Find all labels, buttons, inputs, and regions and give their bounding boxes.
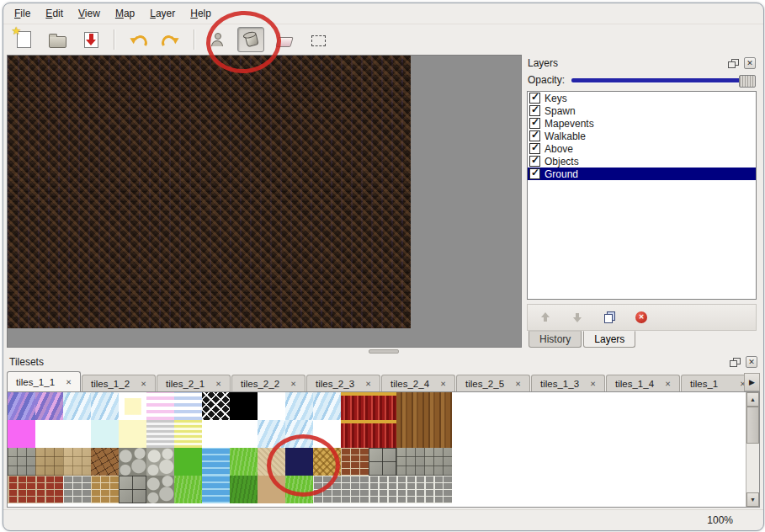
layer-visibility-checkbox[interactable] bbox=[529, 93, 540, 104]
tile-cyan-pale[interactable] bbox=[91, 420, 119, 448]
tile-sand[interactable] bbox=[258, 448, 285, 476]
tile-pink-stripes[interactable] bbox=[146, 392, 174, 420]
close-tab-icon[interactable]: ✕ bbox=[215, 380, 221, 388]
tile-water-waves[interactable] bbox=[202, 476, 230, 503]
scrollbar-thumb[interactable] bbox=[746, 407, 759, 444]
layer-row-mapevents[interactable]: Mapevents bbox=[528, 117, 756, 130]
tile-cobble-light[interactable] bbox=[146, 448, 174, 476]
tileset-tab-tiles_2_4[interactable]: tiles_2_4✕ bbox=[381, 375, 455, 391]
tile-navy[interactable] bbox=[285, 448, 313, 476]
close-panel-icon[interactable]: ✕ bbox=[746, 356, 757, 368]
opacity-slider-handle[interactable] bbox=[739, 75, 756, 88]
tile-lattice[interactable] bbox=[202, 392, 230, 420]
tile-stone-tan2[interactable] bbox=[63, 448, 91, 476]
delete-layer-button[interactable] bbox=[632, 308, 651, 327]
tile-grass[interactable] bbox=[285, 476, 313, 503]
close-panel-icon[interactable]: ✕ bbox=[744, 57, 756, 69]
layer-row-objects[interactable]: Objects bbox=[528, 155, 756, 168]
tile-brick-gray[interactable] bbox=[396, 476, 424, 503]
new-map-button[interactable] bbox=[10, 27, 37, 52]
tile-curtain-red[interactable] bbox=[369, 420, 396, 448]
close-tab-icon[interactable]: ✕ bbox=[365, 380, 371, 388]
map-canvas[interactable] bbox=[8, 56, 411, 328]
tile-yellow-pale[interactable] bbox=[119, 420, 146, 448]
menu-help[interactable]: Help bbox=[183, 5, 219, 22]
tile-brick-red[interactable] bbox=[35, 476, 63, 503]
menu-map[interactable]: Map bbox=[108, 5, 142, 22]
tile-water-purple[interactable] bbox=[8, 392, 35, 420]
tile-grass-dark[interactable] bbox=[230, 476, 258, 503]
tile-wood[interactable] bbox=[396, 392, 424, 420]
tileset-tab-tiles_1_1[interactable]: tiles_1_1✕ bbox=[7, 371, 81, 391]
tile-white[interactable] bbox=[230, 420, 258, 448]
tile-blue-stripes[interactable] bbox=[174, 392, 202, 420]
tile-water-purple2[interactable] bbox=[35, 392, 63, 420]
layer-visibility-checkbox[interactable] bbox=[529, 130, 540, 141]
tile-stone-gray[interactable] bbox=[396, 448, 424, 476]
tileset-tab-tiles_1_2[interactable]: tiles_1_2✕ bbox=[82, 375, 156, 391]
layer-row-spawn[interactable]: Spawn bbox=[528, 104, 756, 117]
save-map-button[interactable] bbox=[77, 27, 104, 52]
tile-cobble[interactable] bbox=[146, 476, 174, 503]
open-map-button[interactable] bbox=[44, 27, 71, 52]
tileset-tab-tiles_2_5[interactable]: tiles_2_5✕ bbox=[456, 375, 530, 391]
tile-brick-gray[interactable] bbox=[341, 476, 369, 503]
tileset-tab-tiles_2_1[interactable]: tiles_2_1✕ bbox=[157, 375, 231, 391]
tile-stone-gray[interactable] bbox=[8, 448, 35, 476]
tile-gray-stripes[interactable] bbox=[146, 420, 174, 448]
undo-button[interactable] bbox=[124, 27, 151, 52]
tile-grass[interactable] bbox=[230, 448, 258, 476]
tileset-tab-tiles_1_4[interactable]: tiles_1_4✕ bbox=[606, 375, 680, 391]
tileset-tab-tiles_1[interactable]: tiles_1✕ bbox=[681, 375, 744, 391]
redo-button[interactable] bbox=[157, 27, 184, 52]
tileset-tab-tiles_2_3[interactable]: tiles_2_3✕ bbox=[306, 375, 380, 391]
close-tab-icon[interactable]: ✕ bbox=[66, 378, 72, 386]
tile-curtain-red[interactable] bbox=[341, 392, 369, 420]
close-tab-icon[interactable]: ✕ bbox=[290, 380, 296, 388]
tile-water-light[interactable] bbox=[63, 392, 91, 420]
tile-white[interactable] bbox=[63, 420, 91, 448]
tile-water-light[interactable] bbox=[313, 392, 341, 420]
tile-white[interactable] bbox=[258, 392, 285, 420]
tile-yellow-stripes[interactable] bbox=[174, 420, 202, 448]
close-tab-icon[interactable]: ✕ bbox=[665, 380, 671, 388]
tile-stone-blocks[interactable] bbox=[119, 476, 146, 503]
menu-edit[interactable]: Edit bbox=[38, 5, 71, 22]
layer-visibility-checkbox[interactable] bbox=[529, 143, 540, 154]
tile-brick-gray[interactable] bbox=[313, 476, 341, 503]
close-tab-icon[interactable]: ✕ bbox=[440, 380, 446, 388]
tile-brick-gray[interactable] bbox=[369, 476, 396, 503]
tile-green[interactable] bbox=[174, 448, 202, 476]
tile-brick-brown[interactable] bbox=[341, 448, 369, 476]
tileset-tab-tiles_2_2[interactable]: tiles_2_2✕ bbox=[231, 375, 305, 391]
close-tab-icon[interactable]: ✕ bbox=[590, 380, 596, 388]
close-tab-icon[interactable]: ✕ bbox=[515, 380, 521, 388]
tile-brick-tan[interactable] bbox=[91, 476, 119, 503]
tile-white-yellow[interactable] bbox=[119, 392, 146, 420]
tile-water-light[interactable] bbox=[285, 420, 313, 448]
tile-curtain-red[interactable] bbox=[369, 392, 396, 420]
layer-row-ground[interactable]: Ground bbox=[528, 168, 756, 180]
dock-tab-history[interactable]: History bbox=[529, 331, 582, 348]
menu-file[interactable]: File bbox=[7, 5, 38, 22]
horizontal-splitter[interactable] bbox=[3, 348, 763, 354]
tile-grass[interactable] bbox=[174, 476, 202, 503]
tile-water-light[interactable] bbox=[91, 392, 119, 420]
tile-stone-tan[interactable] bbox=[35, 448, 63, 476]
scroll-up-button[interactable]: ▲ bbox=[746, 392, 759, 407]
select-tool-button[interactable] bbox=[305, 27, 332, 52]
tile-wood[interactable] bbox=[396, 420, 424, 448]
lower-layer-button[interactable] bbox=[568, 308, 587, 327]
layer-visibility-checkbox[interactable] bbox=[529, 168, 540, 179]
tile-white[interactable] bbox=[202, 420, 230, 448]
opacity-slider[interactable] bbox=[571, 74, 756, 86]
raise-layer-button[interactable] bbox=[536, 308, 555, 327]
tile-white[interactable] bbox=[313, 420, 341, 448]
dock-tab-layers[interactable]: Layers bbox=[583, 331, 635, 348]
duplicate-layer-button[interactable] bbox=[600, 308, 619, 327]
tile-wood[interactable] bbox=[424, 420, 452, 448]
tile-brick-gray[interactable] bbox=[424, 476, 452, 503]
tileset-scrollbar[interactable]: ▲ ▼ bbox=[746, 392, 759, 507]
fill-tool-button[interactable] bbox=[237, 27, 264, 52]
tile-dirt-cracked[interactable] bbox=[91, 448, 119, 476]
